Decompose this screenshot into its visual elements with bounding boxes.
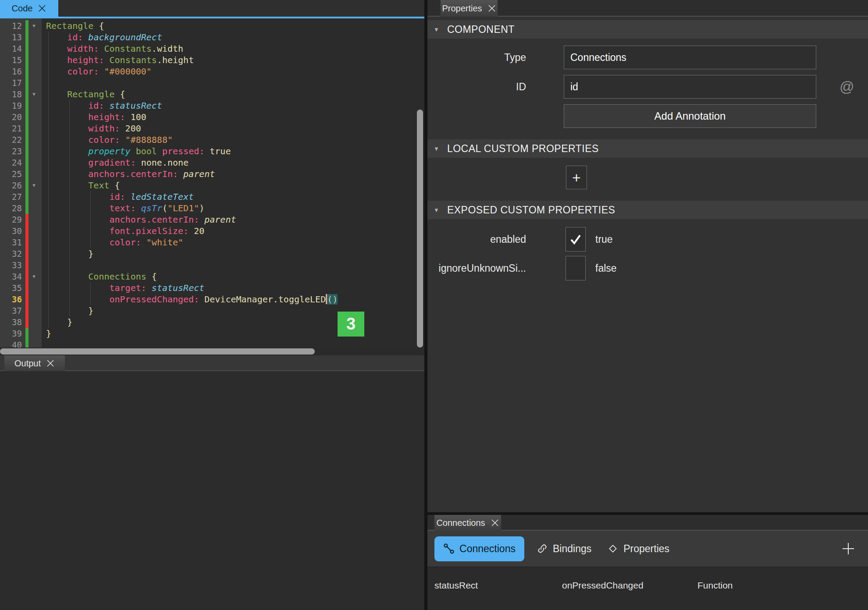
code-line[interactable]: 26▾ Text {: [0, 180, 424, 191]
connection-signal-cell[interactable]: onPressedChanged: [562, 580, 697, 591]
annotation-count-badge[interactable]: 3: [338, 312, 364, 337]
code-line[interactable]: 18▾ Rectangle {: [0, 89, 424, 100]
vcs-change-marker: [25, 145, 28, 157]
line-number[interactable]: 32: [0, 248, 25, 259]
connection-row[interactable]: statusRect onPressedChanged Function: [427, 580, 868, 591]
line-number[interactable]: 19: [0, 100, 25, 111]
horizontal-scrollbar[interactable]: [0, 348, 315, 355]
line-number[interactable]: 14: [0, 43, 25, 54]
bindings-view-button[interactable]: Bindings: [537, 543, 591, 555]
close-icon[interactable]: [491, 518, 499, 527]
connection-action-cell[interactable]: Function: [697, 580, 733, 591]
code-line[interactable]: 16 color: "#000000": [0, 66, 424, 77]
ignore-unknown-signals-checkbox[interactable]: [566, 256, 586, 280]
line-number[interactable]: 36: [0, 294, 25, 305]
connections-view-button[interactable]: Connections: [434, 536, 524, 561]
line-number[interactable]: 34: [0, 271, 25, 282]
line-number[interactable]: 33: [0, 259, 25, 271]
line-number[interactable]: 22: [0, 134, 25, 145]
collapse-triangle-icon[interactable]: ▼: [434, 145, 439, 152]
close-icon[interactable]: [487, 4, 496, 13]
line-number[interactable]: 25: [0, 168, 25, 180]
close-icon[interactable]: [46, 359, 55, 368]
code-line[interactable]: 25 anchors.centerIn: parent: [0, 168, 424, 180]
line-number[interactable]: 12: [0, 20, 25, 32]
section-exposed-custom-properties[interactable]: ▼ EXPOSED CUSTOM PROPERTIES: [427, 201, 868, 219]
code-line[interactable]: 23 property bool pressed: true: [0, 145, 424, 157]
id-input[interactable]: [564, 75, 816, 99]
code-line[interactable]: 32 }: [0, 248, 424, 259]
code-line[interactable]: 13 id: backgroundRect: [0, 32, 424, 43]
code-editor-panel: Code 12▾Rectangle {13 id: backgroundRect…: [0, 0, 424, 610]
tab-code[interactable]: Code: [0, 0, 58, 17]
add-connection-icon[interactable]: [842, 542, 855, 555]
code-line[interactable]: 34▾ Connections {: [0, 271, 424, 282]
section-local-custom-properties[interactable]: ▼ LOCAL CUSTOM PROPERTIES: [427, 139, 868, 158]
line-number[interactable]: 39: [0, 328, 25, 339]
section-component[interactable]: ▼ COMPONENT: [427, 20, 868, 39]
properties-view-button[interactable]: Properties: [607, 543, 669, 555]
code-line[interactable]: 40: [0, 339, 424, 348]
line-number[interactable]: 21: [0, 123, 25, 134]
line-number[interactable]: 27: [0, 191, 25, 202]
code-line[interactable]: 31 color: "white": [0, 237, 424, 248]
add-annotation-button[interactable]: Add Annotation: [564, 104, 816, 128]
code-line[interactable]: 22 color: "#888888": [0, 134, 424, 145]
vcs-change-marker: [25, 20, 28, 32]
code-line[interactable]: 20 height: 100: [0, 111, 424, 123]
code-line[interactable]: 33: [0, 259, 424, 271]
output-pane: [0, 371, 424, 610]
collapse-triangle-icon[interactable]: ▼: [434, 26, 439, 33]
fold-marker-icon[interactable]: ▾: [28, 20, 39, 32]
section-local-label: LOCAL CUSTOM PROPERTIES: [447, 143, 599, 155]
line-number[interactable]: 17: [0, 77, 25, 89]
add-property-button[interactable]: +: [566, 166, 587, 189]
code-line[interactable]: 29 anchors.centerIn: parent: [0, 214, 424, 225]
code-line[interactable]: 28 text: qsTr("LED1"): [0, 202, 424, 214]
tab-properties[interactable]: Properties: [441, 0, 498, 17]
line-number[interactable]: 37: [0, 305, 25, 316]
line-number[interactable]: 35: [0, 282, 25, 294]
code-line[interactable]: 36 onPressedChanged: DeviceManager.toggl…: [0, 294, 424, 305]
properties-content: ▼ COMPONENT Type ID @ Add Annotation ▼ L…: [427, 17, 868, 512]
code-line[interactable]: 27 id: ledStateText: [0, 191, 424, 202]
line-number[interactable]: 20: [0, 111, 25, 123]
line-number[interactable]: 23: [0, 145, 25, 157]
line-number[interactable]: 18: [0, 89, 25, 100]
line-number[interactable]: 26: [0, 180, 25, 191]
code-line[interactable]: 14 width: Constants.width: [0, 43, 424, 54]
fold-marker-icon[interactable]: ▾: [28, 271, 39, 282]
code-line[interactable]: 35 target: statusRect: [0, 282, 424, 294]
code-line[interactable]: 19 id: statusRect: [0, 100, 424, 111]
line-number[interactable]: 38: [0, 316, 25, 328]
fold-marker-icon[interactable]: ▾: [28, 180, 39, 191]
annotation-at-icon[interactable]: @: [840, 78, 854, 95]
line-number[interactable]: 31: [0, 237, 25, 248]
line-number[interactable]: 29: [0, 214, 25, 225]
tab-connections[interactable]: Connections: [434, 515, 501, 531]
collapse-triangle-icon[interactable]: ▼: [434, 207, 439, 213]
type-input[interactable]: [564, 46, 816, 69]
code-line[interactable]: 30 font.pixelSize: 20: [0, 225, 424, 237]
tab-output[interactable]: Output: [4, 355, 65, 371]
line-number[interactable]: 30: [0, 225, 25, 237]
code-editor[interactable]: 12▾Rectangle {13 id: backgroundRect14 wi…: [0, 18, 424, 348]
horizontal-scrollbar-track[interactable]: [0, 348, 424, 355]
line-number[interactable]: 15: [0, 54, 25, 66]
close-icon[interactable]: [38, 4, 46, 13]
line-number[interactable]: 13: [0, 32, 25, 43]
connection-target-cell[interactable]: statusRect: [434, 580, 562, 591]
code-line[interactable]: 15 height: Constants.height: [0, 54, 424, 66]
enabled-checkbox[interactable]: [566, 227, 586, 252]
code-line[interactable]: 12▾Rectangle {: [0, 20, 424, 32]
code-line[interactable]: 24 gradient: none.none: [0, 157, 424, 168]
line-number[interactable]: 40: [0, 339, 25, 348]
code-line[interactable]: 21 width: 200: [0, 123, 424, 134]
line-number[interactable]: 16: [0, 66, 25, 77]
vertical-scrollbar[interactable]: [417, 110, 423, 348]
line-number[interactable]: 28: [0, 202, 25, 214]
code-line[interactable]: 17: [0, 77, 424, 89]
fold-marker-icon[interactable]: ▾: [28, 89, 39, 100]
line-number[interactable]: 24: [0, 157, 25, 168]
tab-output-label: Output: [14, 358, 41, 369]
